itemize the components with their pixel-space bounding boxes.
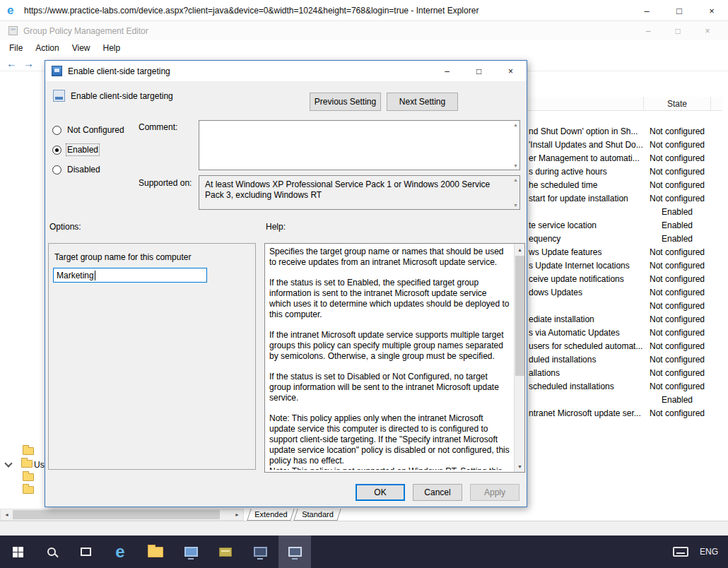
gpme-close-button[interactable]: × (693, 21, 722, 40)
start-button[interactable] (1, 536, 34, 568)
scrollbar-thumb[interactable] (13, 510, 220, 519)
policy-setting-dialog: Enable client-side targeting – □ × Enabl… (45, 60, 527, 507)
scroll-up-icon[interactable]: ▲ (515, 244, 525, 255)
settings-row[interactable]: nd Shut Down' option in Sh...Not configu… (527, 125, 722, 138)
settings-row[interactable]: users for scheduled automat...Not config… (527, 340, 722, 353)
previous-setting-button[interactable]: Previous Setting (310, 93, 381, 111)
computer-icon (254, 547, 267, 557)
settings-row[interactable]: s Update Internet locationsNot configure… (527, 259, 722, 273)
settings-row[interactable]: te service locationEnabled (527, 219, 722, 232)
setting-state: Not configured (643, 367, 711, 380)
tree-node-label[interactable]: Us (34, 460, 45, 470)
settings-row[interactable]: scheduled installationsNot configured (527, 380, 722, 394)
settings-row[interactable]: dows UpdatesNot configured (527, 286, 722, 300)
settings-row[interactable]: Enabled (527, 206, 722, 219)
dialog-titlebar[interactable]: Enable client-side targeting – □ × (45, 61, 527, 81)
radio-not-configured[interactable]: Not Configured (52, 124, 124, 136)
ie-close-button[interactable]: × (695, 0, 728, 21)
menu-help[interactable]: Help (97, 43, 127, 53)
dialog-minimize-button[interactable]: – (431, 61, 463, 81)
tab-standard[interactable]: Standard (293, 509, 341, 521)
dialog-close-button[interactable]: × (495, 61, 527, 81)
comment-textarea[interactable]: ▲ ▼ (199, 120, 520, 170)
settings-row[interactable]: duled installationsNot configured (527, 353, 722, 367)
settings-row[interactable]: 'Install Updates and Shut Do...Not confi… (527, 138, 722, 152)
setting-name: dows Updates (529, 286, 582, 300)
taskbar-app-3[interactable] (244, 536, 276, 568)
dialog-title: Enable client-side targeting (68, 66, 170, 76)
taskbar-app-1[interactable] (175, 536, 207, 568)
settings-list-panel: State nd Shut Down' option in Sh...Not c… (527, 97, 722, 509)
settings-row[interactable]: Not configured (527, 300, 722, 313)
settings-row[interactable]: allationsNot configured (527, 367, 722, 380)
horizontal-scrollbar[interactable]: ◄ ► (0, 509, 244, 521)
settings-row[interactable]: equencyEnabled (527, 232, 722, 246)
radio-circle-icon (52, 165, 61, 174)
settings-row[interactable]: ws Update featuresNot configured (527, 246, 722, 259)
back-icon[interactable]: ← (6, 56, 17, 71)
settings-row[interactable]: ntranet Microsoft update ser...Not confi… (527, 407, 722, 420)
menu-file[interactable]: File (3, 43, 29, 53)
next-setting-button[interactable]: Next Setting (387, 93, 458, 111)
settings-row[interactable]: ediate installationNot configured (527, 313, 722, 326)
taskbar-internet-explorer[interactable]: e (104, 536, 136, 568)
menu-action[interactable]: Action (29, 43, 65, 53)
scroll-down-icon[interactable]: ▼ (513, 163, 518, 168)
help-scrollbar[interactable]: ▲ ▼ (514, 244, 524, 472)
radio-enabled[interactable]: Enabled (52, 144, 98, 155)
settings-row[interactable]: he scheduled timeNot configured (527, 179, 722, 192)
gpme-maximize-button[interactable]: □ (663, 21, 693, 40)
setting-state: Not configured (643, 246, 711, 259)
radio-disabled[interactable]: Disabled (52, 164, 100, 175)
chevron-down-icon[interactable] (4, 459, 12, 467)
tree-folder-icon[interactable] (23, 473, 34, 481)
scroll-left-icon[interactable]: ◄ (1, 509, 13, 520)
search-button[interactable] (35, 536, 68, 568)
gpme-titlebar[interactable]: Group Policy Management Editor (0, 21, 728, 40)
settings-row[interactable]: s during active hoursNot configured (527, 165, 722, 179)
setting-name: users for scheduled automat... (529, 340, 642, 353)
setting-state: Enabled (643, 219, 711, 232)
state-column-header[interactable]: State (643, 97, 711, 111)
scroll-up-icon[interactable]: ▲ (513, 177, 518, 182)
touch-keyboard-button[interactable] (669, 536, 693, 568)
menu-view[interactable]: View (66, 43, 97, 53)
setting-state: Not configured (643, 165, 711, 179)
setting-name: 'Install Updates and Shut Do... (529, 138, 643, 152)
settings-row[interactable]: er Management to automati...Not configur… (527, 152, 722, 165)
scroll-down-icon[interactable]: ▼ (515, 461, 525, 472)
tab-extended[interactable]: Extended (247, 509, 295, 521)
settings-row[interactable]: start for update installationNot configu… (527, 192, 722, 206)
ie-maximize-button[interactable]: □ (663, 0, 695, 21)
scroll-up-icon[interactable]: ▲ (513, 122, 518, 127)
help-paragraph: Note: This policy applies only when the … (269, 413, 510, 470)
setting-name: duled installations (529, 353, 596, 367)
settings-row[interactable]: ceive update notificationsNot configured (527, 273, 722, 286)
dialog-maximize-button[interactable]: □ (463, 61, 495, 81)
taskbar-app-4-active[interactable] (278, 536, 311, 568)
settings-row[interactable]: s via Automatic UpdatesNot configured (527, 326, 722, 340)
list-header: State (527, 97, 722, 111)
tree-folder-icon[interactable] (23, 447, 34, 455)
gpme-minimize-button[interactable]: – (633, 21, 663, 40)
setting-state: Not configured (643, 353, 711, 367)
keyboard-icon (673, 547, 688, 557)
forward-icon[interactable]: → (23, 56, 34, 71)
cancel-button[interactable]: Cancel (413, 484, 462, 501)
ok-button[interactable]: OK (356, 484, 405, 501)
setting-state: Enabled (643, 206, 711, 219)
scroll-right-icon[interactable]: ► (231, 509, 243, 520)
task-view-button[interactable] (69, 536, 102, 568)
taskbar-app-2[interactable] (209, 536, 242, 568)
scroll-down-icon[interactable]: ▼ (513, 203, 518, 208)
ie-titlebar[interactable]: e https://www.practice-labs.com/device.a… (0, 0, 728, 21)
scrollbar-thumb[interactable] (515, 256, 524, 376)
taskbar-file-explorer[interactable] (139, 536, 172, 568)
settings-row[interactable]: Enabled (527, 394, 722, 407)
tree-folder-icon[interactable] (21, 460, 33, 468)
target-group-input[interactable]: Marketing (53, 268, 207, 283)
language-indicator[interactable]: ENG (694, 536, 724, 568)
setting-name: s Update Internet locations (529, 259, 630, 273)
ie-minimize-button[interactable]: – (630, 0, 663, 21)
tree-folder-icon[interactable] (23, 486, 34, 494)
